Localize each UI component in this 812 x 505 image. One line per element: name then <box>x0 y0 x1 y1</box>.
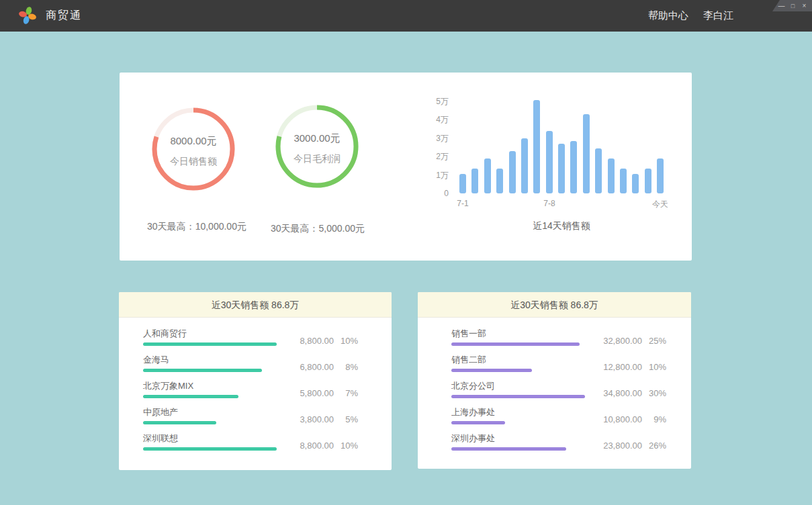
list-item-value: 10,800.00 <box>590 415 642 424</box>
topbar-links: 帮助中心 李白江 <box>648 0 733 32</box>
list-item-value: 23,800.00 <box>590 441 642 451</box>
list-item-bar <box>143 369 262 372</box>
bar <box>496 169 503 193</box>
bar <box>620 169 627 193</box>
list-item-percent: 10% <box>642 363 666 372</box>
bar <box>484 158 491 193</box>
list-item-value: 6,800.00 <box>281 363 334 372</box>
today-sales-label: 今日销售额 <box>170 156 217 168</box>
list-item-value: 3,800.00 <box>281 415 334 424</box>
list-item-label: 深圳联想 <box>143 433 281 443</box>
list-item-percent: 7% <box>334 389 358 398</box>
today-sales-donut: 8000.00元 今日销售额 <box>152 107 235 191</box>
today-profit-30d-max: 30天最高：5,000.00元 <box>257 223 378 235</box>
list-item: 金海马6,800.008% <box>143 355 358 372</box>
list-item-label: 深圳办事处 <box>451 433 590 443</box>
user-menu[interactable]: 李白江 <box>703 9 733 22</box>
sales-14d-bar-chart: 01万2万3万4万5万 7-17-8今天 近14天销售额 <box>415 73 692 261</box>
minimize-icon[interactable]: — <box>778 3 785 9</box>
bar-chart-plot <box>459 97 664 193</box>
window-controls: — □ × <box>772 0 812 11</box>
today-sales-donut-center: 8000.00元 今日销售额 <box>152 107 235 191</box>
list-item: 中原地产3,800.005% <box>143 407 358 424</box>
list-item-label: 北京万象MIX <box>143 381 281 391</box>
list-item: 北京分公司34,800.0030% <box>451 381 666 398</box>
list-item-value: 32,800.00 <box>590 336 642 346</box>
list-item-percent: 25% <box>642 336 666 346</box>
y-axis-tick-label: 0 <box>415 188 449 199</box>
x-axis-tick-label: 今天 <box>652 199 668 210</box>
today-profit-label: 今日毛利润 <box>294 153 341 165</box>
customer-ranking-card: 近30天销售额 86.8万 人和商贸行8,800.0010%金海马6,800.0… <box>119 292 392 470</box>
list-item: 人和商贸行8,800.0010% <box>143 328 358 346</box>
list-item-label: 中原地产 <box>143 407 281 417</box>
bar <box>471 169 478 193</box>
title-bar: 商贸通 帮助中心 李白江 — □ × <box>0 0 812 32</box>
department-ranking-rows: 销售一部32,800.0025%销售二部12,800.0010%北京分公司34,… <box>418 318 691 451</box>
list-item-label: 人和商贸行 <box>143 328 281 338</box>
today-profit-value: 3000.00元 <box>294 132 340 145</box>
customer-ranking-rows: 人和商贸行8,800.0010%金海马6,800.008%北京万象MIX5,80… <box>119 318 392 451</box>
app-title: 商贸通 <box>46 9 82 23</box>
list-item-bar <box>143 395 238 398</box>
close-icon[interactable]: × <box>801 3 808 9</box>
overview-card: 8000.00元 今日销售额 30天最高：10,000.00元 3000.00元… <box>120 73 692 261</box>
list-item-bar <box>143 421 216 424</box>
list-item: 销售二部12,800.0010% <box>451 355 666 372</box>
bar <box>509 151 516 193</box>
bar-chart-caption: 近14天销售额 <box>459 220 664 232</box>
bar <box>558 144 565 193</box>
list-item-percent: 5% <box>334 415 358 424</box>
today-profit-donut-center: 3000.00元 今日毛利润 <box>275 105 359 188</box>
list-item-bar <box>451 342 580 346</box>
list-item-percent: 26% <box>642 441 666 451</box>
today-sales-value: 8000.00元 <box>170 135 216 148</box>
pinwheel-logo-icon <box>19 6 36 25</box>
department-ranking-card: 近30天销售额 86.8万 销售一部32,800.0025%销售二部12,800… <box>418 292 691 469</box>
list-item-bar <box>143 447 277 451</box>
x-axis-tick-label: 7-1 <box>457 199 468 208</box>
bar <box>533 100 540 193</box>
brand: 商贸通 <box>19 6 82 25</box>
y-axis-tick-label: 4万 <box>415 114 449 125</box>
list-item-percent: 30% <box>642 389 666 398</box>
y-axis-tick-label: 1万 <box>415 170 449 181</box>
today-profit-donut: 3000.00元 今日毛利润 <box>275 105 359 188</box>
bar <box>570 141 577 193</box>
bar <box>521 138 528 193</box>
list-item-bar <box>451 447 566 451</box>
list-item: 销售一部32,800.0025% <box>451 328 666 346</box>
list-item-bar <box>143 342 277 346</box>
bar <box>595 148 602 193</box>
list-item-value: 34,800.00 <box>590 389 642 398</box>
bar <box>608 158 615 193</box>
list-item-label: 北京分公司 <box>451 381 590 391</box>
list-item: 北京万象MIX5,800.007% <box>143 381 358 398</box>
y-axis-tick-label: 3万 <box>415 133 449 144</box>
customer-ranking-title: 近30天销售额 86.8万 <box>119 292 392 318</box>
bar <box>546 131 553 193</box>
list-item-bar <box>451 421 505 424</box>
list-item-value: 8,800.00 <box>281 336 334 346</box>
list-item-value: 12,800.00 <box>590 363 642 372</box>
help-center-link[interactable]: 帮助中心 <box>648 9 688 22</box>
x-axis-tick-label: 7-8 <box>543 199 555 208</box>
maximize-icon[interactable]: □ <box>789 3 797 9</box>
list-item: 深圳联想8,800.0010% <box>143 433 358 451</box>
list-item-value: 8,800.00 <box>281 441 334 451</box>
list-item-percent: 8% <box>334 363 358 372</box>
list-item-label: 上海办事处 <box>451 407 590 417</box>
list-item-percent: 10% <box>334 336 358 346</box>
bar <box>583 114 590 193</box>
list-item-bar <box>451 369 532 372</box>
list-item-label: 销售一部 <box>451 328 590 338</box>
list-item-bar <box>451 395 585 398</box>
bar <box>657 158 664 193</box>
list-item-percent: 9% <box>642 415 666 424</box>
list-item: 深圳办事处23,800.0026% <box>451 433 666 451</box>
list-item: 上海办事处10,800.009% <box>451 407 666 424</box>
list-item-value: 5,800.00 <box>281 389 334 398</box>
list-item-percent: 10% <box>334 441 358 451</box>
today-sales-30d-max: 30天最高：10,000.00元 <box>133 221 261 233</box>
bar <box>645 169 651 193</box>
